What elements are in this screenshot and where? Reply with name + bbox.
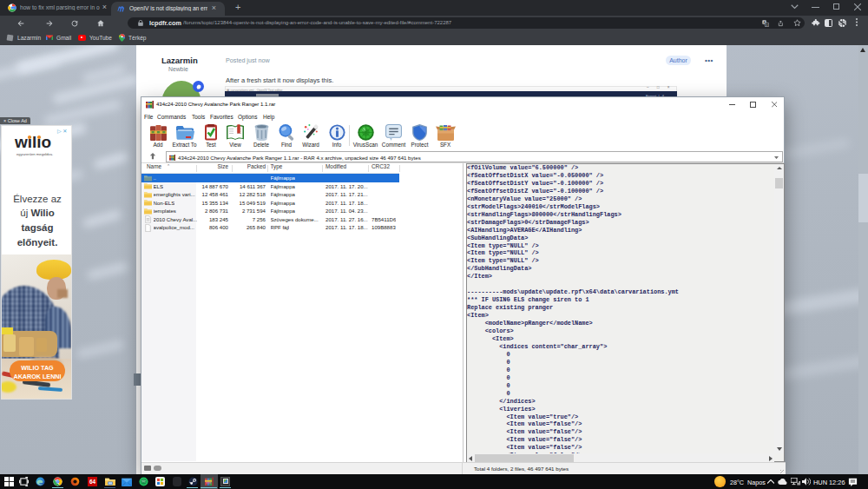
svg-text:文: 文	[766, 23, 768, 26]
